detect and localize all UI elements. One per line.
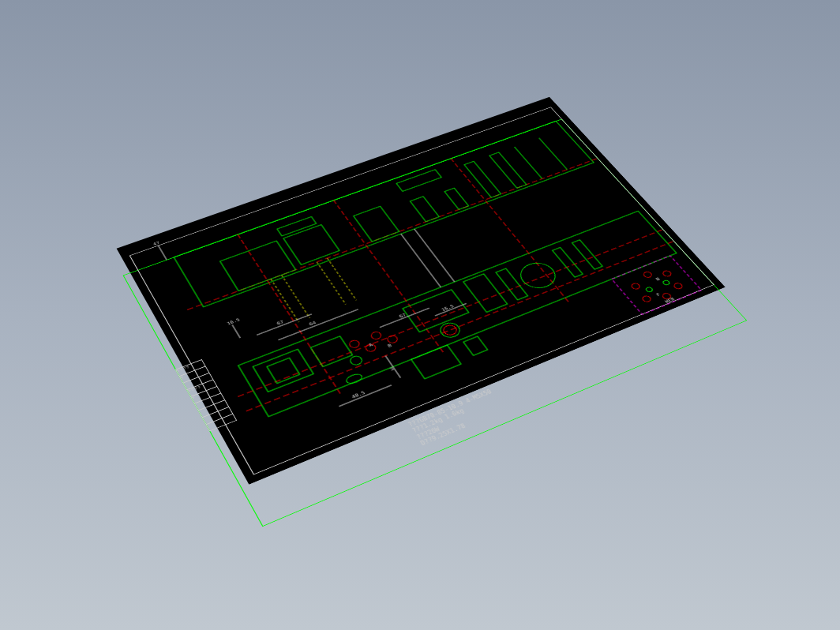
top-feature-7: [489, 152, 527, 188]
label-a: A: [368, 342, 374, 347]
top-line-1: [514, 147, 542, 179]
dim-47: 47: [152, 240, 161, 246]
hidden-line-2: [282, 275, 310, 318]
detail-hole-2: [643, 271, 654, 279]
detail-hole-1: [630, 283, 641, 291]
detail-hole-3: [662, 270, 673, 278]
label-we8: WE8: [663, 296, 675, 304]
dim-3: 3: [388, 366, 395, 371]
bottom-extra-1: [411, 345, 461, 379]
dim-ext-2: [232, 324, 240, 338]
bottom-extra-2: [463, 336, 488, 355]
dim-40-5: 40.5: [351, 389, 366, 399]
cad-viewport[interactable]: B F WE8 47 16.5 67 64 67 16.5 40.5 3 A B: [0, 0, 840, 630]
label-point-b2: B: [654, 276, 661, 282]
detail-hole-4: [641, 295, 652, 303]
hole-4: [369, 331, 383, 340]
hole-7: [441, 324, 459, 336]
top-line-2: [539, 138, 568, 170]
leader-2: [414, 229, 455, 282]
big-circle: [515, 259, 562, 292]
detail-view-box: [612, 256, 702, 315]
hole-1: [348, 354, 364, 366]
dim-line-1: [257, 314, 312, 336]
slot-1: [344, 373, 363, 385]
label-b: B: [386, 343, 392, 348]
dim-line-5: [339, 385, 391, 407]
cad-drawing-container: B F WE8 47 16.5 67 64 67 16.5 40.5 3 A B: [90, 101, 763, 551]
detail-hole-6: [673, 282, 684, 290]
hidden-line-1: [271, 279, 298, 322]
dim-16-5: 16.5: [226, 317, 241, 325]
detail-hole-g2: [662, 279, 670, 286]
top-detail-1: [277, 216, 317, 235]
detail-hole-g1: [645, 287, 654, 293]
label-point-f: F: [654, 291, 661, 297]
